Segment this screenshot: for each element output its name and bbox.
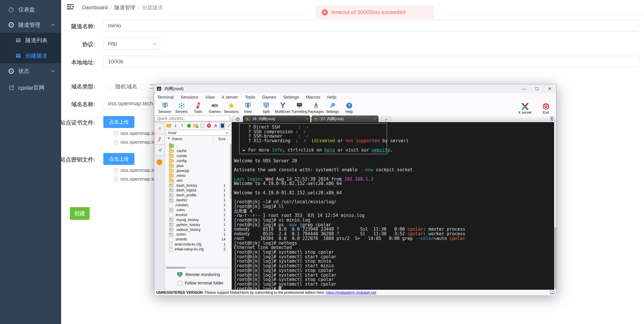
tools-tab[interactable] [155, 134, 165, 145]
file-row[interactable]: .bash_history1 [165, 183, 230, 188]
menu-view[interactable]: View [205, 95, 215, 99]
file-row[interactable]: .python_history1 [165, 222, 230, 227]
file-row[interactable]: .. [165, 144, 230, 149]
tab-close-icon[interactable]: × [374, 117, 376, 121]
menu-terminal[interactable]: Terminal [157, 95, 174, 99]
radio-random-domain[interactable]: 随机域名 [107, 83, 137, 90]
toolbar-exit-button[interactable]: Exit [539, 102, 553, 115]
new-file-icon[interactable] [200, 123, 205, 128]
file-row[interactable]: .tcshrc1 [165, 232, 230, 237]
column-size[interactable]: Size [218, 137, 226, 141]
minimize-button[interactable]: — [518, 84, 531, 93]
file-row[interactable]: .vim [165, 178, 230, 183]
new-folder-icon[interactable]: + [193, 123, 198, 128]
follow-terminal-folder-checkbox[interactable]: Follow terminal folder [165, 281, 232, 285]
toolbar-tunneling-button[interactable]: Tunneling [291, 101, 308, 114]
path-combobox[interactable]: /root/ [166, 130, 230, 136]
upload-icon[interactable]: ⭡ [180, 123, 185, 128]
toolbar-x-server-button[interactable]: X server [516, 102, 534, 115]
toolbar-split-button[interactable]: Split [258, 101, 274, 114]
file-row[interactable]: .rediscli_history1 [165, 227, 230, 232]
menu-x-server[interactable]: X server [222, 95, 238, 99]
sessions-tab[interactable] [155, 145, 165, 155]
new-tab-button[interactable]: ✛ [381, 116, 391, 122]
chevron-down-icon [226, 131, 228, 134]
terminal-scrollbar[interactable] [554, 122, 556, 290]
tunnel-name-input[interactable] [103, 20, 639, 31]
delete-icon[interactable]: ✕ [206, 123, 212, 128]
breadcrumb-tunnel-management[interactable]: 隧道管理 [114, 5, 135, 10]
tab-terminal-27[interactable]: 27. 内网(root) × [311, 115, 379, 122]
local-address-input[interactable] [103, 56, 639, 67]
sync-terminal-icon[interactable] [220, 123, 225, 128]
create-button[interactable]: 创建 [70, 207, 90, 220]
sidebar-item-cpolar-website[interactable]: cpolar官网 [0, 80, 61, 95]
file-row[interactable]: .java [165, 163, 230, 168]
window-titlebar[interactable]: 内网(root) — ☐ ✕ [154, 84, 556, 93]
paperclip-icon[interactable] [550, 116, 554, 121]
menu-macros[interactable]: Macros [306, 95, 320, 99]
file-row[interactable]: .viminfo14 [165, 237, 230, 242]
file-row[interactable]: .condarc1 [165, 203, 230, 208]
breadcrumb-dashboard[interactable]: Dashboard [82, 5, 108, 10]
terminal[interactable]: ? Direct SSH : ✓ ? SSH compression : ✓ ?… [232, 122, 555, 290]
file-row[interactable]: .cache [165, 149, 230, 154]
toolbar-sessions-button[interactable]: Sessions [223, 101, 239, 114]
remote-monitoring-button[interactable]: Remote monitoring [165, 271, 232, 278]
rename-icon[interactable]: A [213, 123, 218, 128]
file-row[interactable]: .bash_logout1 [165, 188, 230, 193]
magic-wand-icon[interactable] [226, 123, 232, 128]
column-name[interactable]: Name [172, 137, 182, 141]
menu-tools[interactable]: Tools [245, 95, 255, 99]
toolbar-tools-button[interactable]: Tools [190, 101, 206, 114]
menu-settings[interactable]: Settings [283, 95, 299, 99]
sidebar-item-status[interactable]: 状态 [0, 63, 61, 79]
download-icon[interactable]: ⭣ [173, 123, 178, 128]
toolbar-multiexec-button[interactable]: MultiExec [274, 101, 291, 114]
cert-upload-button[interactable]: 点击上传 [103, 116, 134, 128]
toolbar-view-button[interactable]: View [239, 101, 256, 114]
sidebar-item-tunnel-list[interactable]: 隧道列表 [0, 33, 61, 48]
file-row[interactable]: anaconda-ks.cfg1 [165, 242, 230, 247]
protocol-select[interactable]: http [103, 38, 160, 49]
file-row[interactable]: initial-setup-ks.cfg2 [165, 247, 230, 252]
key-upload-button[interactable]: 点击上传 [103, 153, 134, 165]
sftp-tab[interactable] [155, 157, 164, 167]
favorites-tab[interactable] [155, 123, 165, 134]
maximize-button[interactable]: ☐ [531, 84, 543, 93]
tab-close-icon[interactable]: × [306, 117, 308, 121]
toolbar-settings-button[interactable]: Settings [324, 101, 341, 114]
file-row[interactable]: .lesshst1 [165, 212, 230, 217]
tab-terminal-26[interactable]: 26. 内网(root) × [243, 115, 310, 122]
file-row[interactable]: .config [165, 159, 230, 163]
toolbar-help-button[interactable]: ? Help [341, 101, 357, 114]
document-icon [114, 168, 118, 173]
sort-icon[interactable] [167, 138, 170, 139]
file-row[interactable]: .conda [165, 154, 230, 159]
file-row[interactable]: .javacpp [165, 168, 230, 173]
close-button[interactable]: ✕ [543, 84, 556, 93]
tab-home[interactable] [233, 116, 243, 122]
file-row[interactable]: .mysql_history1 [165, 217, 230, 222]
menu-games[interactable]: Games [262, 95, 276, 99]
sidebar-item-dashboard[interactable]: 仪表盘 [0, 2, 61, 17]
menu-help[interactable]: Help [327, 95, 336, 99]
quick-connect-input[interactable] [155, 115, 230, 121]
toolbar-games-button[interactable]: Games [206, 101, 223, 114]
mobatek-link[interactable]: https://mobaxterm.mobatek.net [326, 291, 376, 295]
file-list-horizontal-scrollbar[interactable] [166, 267, 230, 269]
file-row[interactable]: .bashrc1 [165, 198, 230, 203]
toolbar-packages-button[interactable]: Packages [308, 101, 324, 114]
refresh-icon[interactable] [186, 123, 191, 128]
file-row[interactable]: .cshrc1 [165, 208, 230, 213]
sidebar-item-create-tunnel[interactable]: 创建隧道 [0, 48, 61, 63]
mobaxterm-window: 内网(root) — ☐ ✕ Terminal Sessions View X … [154, 84, 556, 295]
toolbar-session-button[interactable]: Session [157, 101, 173, 114]
go-up-folder-icon[interactable] [166, 123, 171, 128]
menu-sessions[interactable]: Sessions [181, 95, 198, 99]
file-row[interactable]: .bash_profile1 [165, 193, 230, 198]
toolbar-servers-button[interactable]: Servers [173, 101, 190, 114]
sidebar-collapse-icon[interactable] [66, 4, 74, 10]
file-row[interactable]: .minio [165, 173, 230, 178]
sidebar-item-tunnel-management[interactable]: 隧道管理 [0, 17, 61, 33]
